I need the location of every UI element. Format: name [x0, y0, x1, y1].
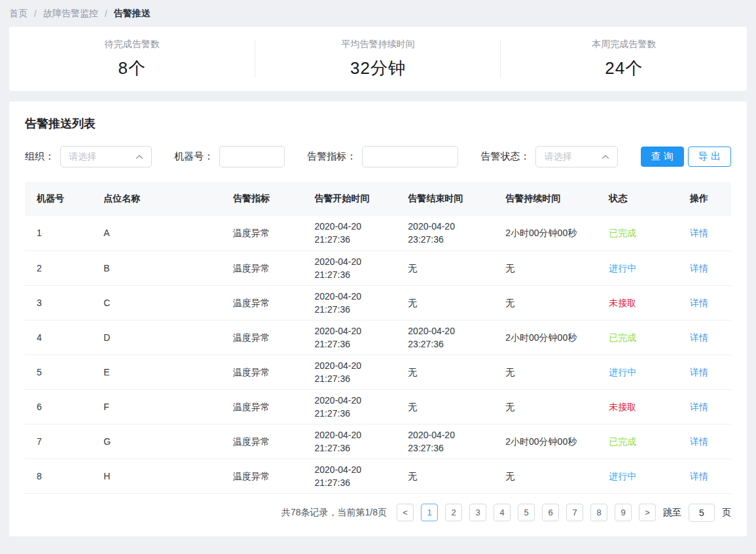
- chevron-up-icon: [602, 154, 609, 160]
- cell-point: D: [92, 320, 221, 355]
- cell-duration: 2小时00分钟00秒: [494, 320, 597, 355]
- search-button[interactable]: 查 询: [641, 147, 684, 167]
- cell-start: 2020-04-2021:27:36: [302, 459, 396, 493]
- stat-value: 8个: [9, 57, 255, 80]
- next-page-button[interactable]: >: [639, 504, 656, 521]
- cell-duration: 无: [494, 285, 597, 320]
- cell-point: C: [92, 285, 221, 320]
- cell-end: 无: [396, 251, 494, 285]
- status-badge: 进行中: [609, 263, 636, 273]
- alarm-table: 机器号 点位名称 告警指标 告警开始时间 告警结束时间 告警持续时间 状态 操作…: [25, 182, 731, 494]
- col-duration: 告警持续时间: [494, 182, 597, 216]
- col-action: 操作: [678, 182, 731, 216]
- jump-page-suffix: 页: [722, 507, 731, 519]
- detail-link[interactable]: 详情: [690, 263, 708, 273]
- cell-machine: 4: [25, 320, 92, 355]
- col-start: 告警开始时间: [302, 182, 396, 216]
- page-button-1[interactable]: 1: [421, 504, 438, 521]
- cell-point: A: [92, 216, 221, 251]
- cell-end: 2020-04-2023:27:36: [396, 216, 494, 251]
- cell-end: 无: [396, 285, 494, 320]
- cell-status: 未接取: [597, 389, 678, 424]
- page-button-9[interactable]: 9: [615, 504, 632, 521]
- detail-link[interactable]: 详情: [690, 367, 708, 377]
- detail-link[interactable]: 详情: [690, 471, 708, 481]
- select-placeholder: 请选择: [544, 151, 571, 163]
- col-metric: 告警指标: [221, 182, 303, 216]
- detail-link[interactable]: 详情: [690, 436, 708, 447]
- page-button-2[interactable]: 2: [445, 504, 462, 521]
- cell-start: 2020-04-2021:27:36: [302, 355, 396, 389]
- machine-input[interactable]: [219, 146, 285, 167]
- cell-end: 无: [396, 355, 494, 389]
- stat-week-completed: 本周完成告警数 24个: [501, 35, 747, 84]
- cell-duration: 2小时00分钟00秒: [494, 424, 597, 459]
- status-badge: 进行中: [609, 367, 636, 377]
- page-button-8[interactable]: 8: [590, 504, 607, 521]
- jump-to-label: 跳至: [663, 507, 681, 519]
- cell-start: 2020-04-2021:27:36: [302, 285, 396, 320]
- cell-start: 2020-04-2021:27:36: [302, 320, 396, 355]
- prev-page-button[interactable]: <: [397, 504, 414, 521]
- cell-status: 进行中: [597, 251, 678, 285]
- col-status: 状态: [597, 182, 678, 216]
- breadcrumb-separator: /: [105, 9, 107, 19]
- page-button-6[interactable]: 6: [542, 504, 559, 521]
- cell-end: 2020-04-2023:27:36: [396, 424, 494, 459]
- cell-action: 详情: [678, 320, 731, 355]
- cell-start: 2020-04-2021:27:36: [302, 389, 396, 424]
- cell-action: 详情: [678, 355, 731, 389]
- cell-machine: 1: [25, 216, 92, 251]
- col-point: 点位名称: [92, 182, 221, 216]
- breadcrumb-home[interactable]: 首页: [9, 8, 27, 20]
- cell-machine: 5: [25, 355, 92, 389]
- page-button-7[interactable]: 7: [566, 504, 583, 521]
- status-badge: 未接取: [609, 298, 636, 308]
- cell-duration: 2小时00分钟00秒: [494, 216, 597, 251]
- table-row: 3 C 温度异常 2020-04-2021:27:36 无 无 未接取 详情: [25, 285, 731, 320]
- cell-point: B: [92, 251, 221, 285]
- metric-input[interactable]: [362, 146, 458, 167]
- page-button-3[interactable]: 3: [469, 504, 486, 521]
- organization-select[interactable]: 请选择: [60, 146, 152, 167]
- pagination-summary: 共78条记录，当前第1/8页: [281, 507, 387, 519]
- select-placeholder: 请选择: [69, 151, 96, 163]
- detail-link[interactable]: 详情: [690, 228, 708, 238]
- stat-pending-alarms: 待完成告警数 8个: [9, 35, 255, 84]
- cell-metric: 温度异常: [221, 216, 303, 251]
- stat-label: 本周完成告警数: [501, 39, 747, 50]
- col-end: 告警结束时间: [396, 182, 494, 216]
- page-button-5[interactable]: 5: [518, 504, 535, 521]
- stat-label: 待完成告警数: [9, 39, 255, 50]
- cell-machine: 6: [25, 389, 92, 424]
- cell-duration: 无: [494, 355, 597, 389]
- status-badge: 已完成: [609, 332, 636, 343]
- export-button[interactable]: 导 出: [688, 147, 731, 167]
- page-button-4[interactable]: 4: [494, 504, 511, 521]
- jump-page-input[interactable]: [689, 504, 715, 522]
- cell-metric: 温度异常: [221, 459, 303, 493]
- breadcrumb-fault-monitor[interactable]: 故障告警监控: [43, 8, 98, 20]
- detail-link[interactable]: 详情: [690, 402, 708, 412]
- cell-duration: 无: [494, 389, 597, 424]
- stat-value: 32分钟: [255, 57, 501, 80]
- breadcrumb: 首页 / 故障告警监控 / 告警推送: [0, 0, 756, 27]
- table-row: 7 G 温度异常 2020-04-2021:27:36 2020-04-2023…: [25, 424, 731, 459]
- cell-start: 2020-04-2021:27:36: [302, 216, 396, 251]
- table-row: 4 D 温度异常 2020-04-2021:27:36 2020-04-2023…: [25, 320, 731, 355]
- detail-link[interactable]: 详情: [690, 332, 708, 343]
- status-badge: 进行中: [609, 471, 636, 481]
- table-row: 2 B 温度异常 2020-04-2021:27:36 无 无 进行中 详情: [25, 251, 731, 285]
- status-select[interactable]: 请选择: [535, 146, 618, 167]
- cell-start: 2020-04-2021:27:36: [302, 424, 396, 459]
- cell-machine: 8: [25, 459, 92, 493]
- cell-action: 详情: [678, 216, 731, 251]
- detail-link[interactable]: 详情: [690, 298, 708, 308]
- filter-status: 告警状态： 请选择: [480, 146, 618, 167]
- cell-machine: 2: [25, 251, 92, 285]
- cell-status: 已完成: [597, 320, 678, 355]
- stats-card: 待完成告警数 8个 平均告警持续时间 32分钟 本周完成告警数 24个: [9, 27, 747, 91]
- cell-point: E: [92, 355, 221, 389]
- cell-end: 无: [396, 389, 494, 424]
- cell-end: 2020-04-2023:27:36: [396, 320, 494, 355]
